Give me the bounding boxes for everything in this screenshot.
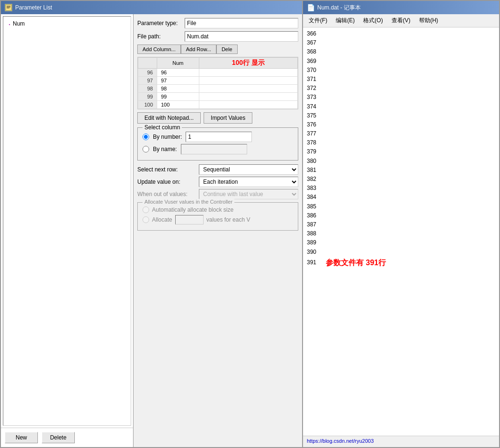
add-column-button[interactable]: Add Column... [137, 45, 181, 54]
when-out-label: When out of values: [137, 191, 199, 197]
notepad-line: 386 [307, 211, 495, 220]
notepad-statusbar: https://blog.csdn.net/ryu2003 [303, 436, 499, 447]
notepad-menubar: 文件(F) 编辑(E) 格式(O) 查看(V) 帮助(H) [303, 14, 499, 27]
notepad-line-number: 379 [307, 147, 316, 156]
alloc-suffix: values for each V [206, 216, 250, 223]
table-row[interactable]: 9797 [138, 77, 298, 85]
menu-file[interactable]: 文件(F) [305, 15, 331, 26]
delete-col-button[interactable]: Dele [216, 45, 238, 54]
menu-format[interactable]: 格式(O) [359, 15, 386, 26]
by-name-radio[interactable] [143, 146, 149, 152]
notepad-line: 382 [307, 175, 495, 184]
tree-item-num[interactable]: ⬩ Num [6, 19, 128, 28]
edit-notepad-button[interactable]: Edit with Notepad... [137, 112, 201, 124]
notepad-line: 368 [307, 47, 495, 56]
notepad-line: 369 [307, 57, 495, 66]
add-row-button[interactable]: Add Row... [181, 45, 216, 54]
svg-rect-0 [6, 5, 11, 10]
row-empty [199, 85, 297, 93]
tree-item-icon: ⬩ [8, 21, 11, 27]
param-titlebar: Parameter List [1, 1, 302, 14]
table-row-header [138, 58, 157, 69]
bottom-form: Select next row: Sequential Update value… [137, 164, 298, 199]
row-num: 96 [138, 69, 157, 77]
alloc-row: Allocate values for each V [143, 215, 293, 224]
notepad-line-number: 382 [307, 175, 316, 184]
row-value[interactable]: 96 [157, 69, 199, 77]
by-name-row: By name: [143, 144, 293, 154]
notepad-line-number: 368 [307, 47, 316, 56]
notepad-line-number: 384 [307, 193, 316, 202]
notepad-line-number: 391 [307, 258, 316, 267]
row-value[interactable]: 99 [157, 93, 199, 101]
param-tree: ⬩ Num [3, 16, 131, 426]
row-empty [199, 93, 297, 101]
notepad-content: 3663673683693703713723733743753763773783… [303, 27, 499, 436]
delete-button[interactable]: Delete [42, 432, 75, 443]
notepad-line-number: 388 [307, 229, 316, 238]
update-value-select[interactable]: Each iteration [199, 177, 298, 187]
table-row[interactable]: 9999 [138, 93, 298, 101]
file-path-row: File path: [137, 31, 298, 42]
auto-alloc-label: Automatically allocate block size [152, 206, 233, 213]
by-number-radio[interactable] [143, 134, 149, 140]
row-value[interactable]: 100 [157, 101, 199, 109]
data-table: Num 100行 显示 9696979798989999100100 [138, 57, 298, 109]
notepad-line: 378 [307, 138, 495, 147]
notepad-line: 391参数文件有 391行 [307, 257, 495, 269]
file-path-input[interactable] [185, 31, 298, 42]
notepad-line-number: 367 [307, 38, 316, 47]
notepad-line: 375 [307, 111, 495, 120]
by-number-input[interactable] [186, 132, 252, 142]
tree-item-label: Num [13, 20, 25, 27]
alloc-radio [143, 216, 149, 223]
import-values-button[interactable]: Import Values [204, 112, 252, 124]
notepad-title-icon: 📄 [307, 4, 314, 11]
notepad-line-number: 373 [307, 93, 316, 102]
menu-view[interactable]: 查看(V) [388, 15, 414, 26]
notepad-line: 388 [307, 229, 495, 238]
row-value[interactable]: 97 [157, 77, 199, 85]
row-value[interactable]: 98 [157, 85, 199, 93]
action-buttons: Edit with Notepad... Import Values [137, 112, 298, 124]
param-title-icon [5, 4, 12, 11]
by-name-input[interactable] [181, 144, 247, 154]
alloc-input [175, 215, 204, 224]
notepad-annotation: 参数文件有 391行 [326, 257, 386, 269]
data-table-wrapper: Num 100行 显示 9696979798989999100100 [137, 57, 298, 109]
new-button[interactable]: New [5, 432, 38, 443]
notepad-line: 380 [307, 157, 495, 166]
menu-help[interactable]: 帮助(H) [415, 15, 442, 26]
notepad-line-number: 374 [307, 102, 316, 111]
table-row[interactable]: 9696 [138, 69, 298, 77]
param-type-input[interactable] [185, 18, 298, 28]
notepad-line-number: 371 [307, 75, 316, 84]
notepad-line: 390 [307, 248, 495, 257]
select-next-row-select[interactable]: Sequential [199, 164, 298, 175]
select-column-group: Select column By number: By name: [137, 127, 298, 161]
param-left-buttons: New Delete [1, 428, 133, 447]
notepad-line-number: 387 [307, 220, 316, 229]
notepad-line-number: 386 [307, 211, 316, 220]
notepad-line-number: 370 [307, 66, 316, 75]
param-right-panel: Parameter type: File path: Add Column...… [134, 14, 302, 447]
notepad-line-number: 375 [307, 111, 316, 120]
notepad-titlebar: 📄 Num.dat - 记事本 [303, 1, 499, 14]
table-row[interactable]: 100100 [138, 101, 298, 109]
row-num: 99 [138, 93, 157, 101]
param-type-label: Parameter type: [137, 20, 185, 27]
allocate-group: Allocate Vuser values in the Controller … [137, 202, 298, 231]
row-num: 98 [138, 85, 157, 93]
table-row[interactable]: 9898 [138, 85, 298, 93]
notepad-line-number: 376 [307, 120, 316, 129]
notepad-line: 383 [307, 184, 495, 193]
param-title-text: Parameter List [15, 4, 52, 11]
notepad-line-number: 380 [307, 157, 316, 166]
notepad-line: 384 [307, 193, 495, 202]
notepad-line-number: 377 [307, 129, 316, 138]
select-next-row-label: Select next row: [137, 166, 199, 173]
notepad-line: 389 [307, 238, 495, 247]
menu-edit[interactable]: 编辑(E) [332, 15, 358, 26]
auto-alloc-row: Automatically allocate block size [143, 206, 293, 213]
notepad-line: 377 [307, 129, 495, 138]
